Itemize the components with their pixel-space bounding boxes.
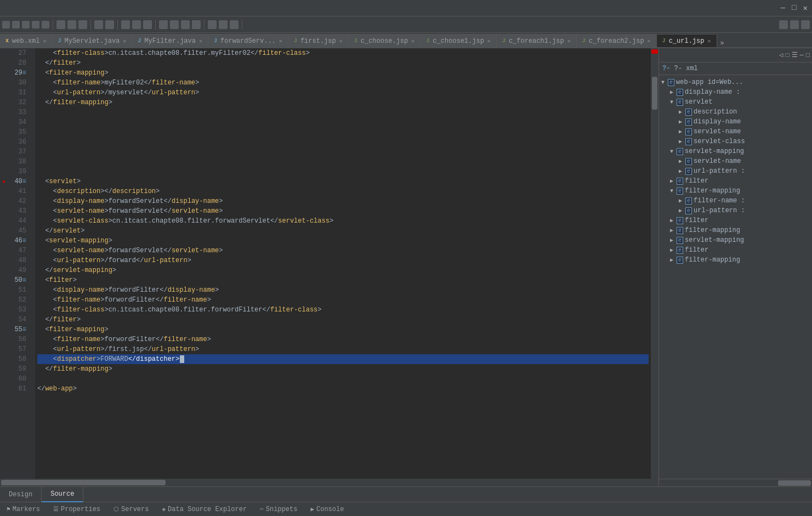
close-button[interactable]: ✕ [803,3,808,13]
right-panel-icon-1[interactable]: ◁ [779,51,783,59]
tab-myservlet[interactable]: J MyServlet.java ✕ [52,34,132,47]
toolbar-icon-2[interactable] [12,21,20,29]
tree-icon-filter1: e [677,178,683,185]
tree-item-displayname2[interactable]: ▶ e display-name [659,117,812,127]
h-scrollbar-thumb[interactable] [1,480,166,485]
tab-close-web-xml[interactable]: ✕ [43,38,46,44]
toolbar-icon-3[interactable] [22,21,30,29]
tab-source[interactable]: Source [42,487,83,502]
toolbar-icon-11[interactable] [121,20,130,29]
tab-close-c-choose1[interactable]: ✕ [487,38,491,44]
tree-item-urlpattern-m[interactable]: ▶ e url-pattern : [659,206,812,216]
tree-item-servletclass[interactable]: ▶ e servlet-class [659,137,812,146]
servers-tab[interactable]: ⬡ Servers [107,502,155,517]
tree-item-description[interactable]: ▶ e description [659,107,812,117]
minimize-panel-icon[interactable]: — [800,52,804,59]
tree-item-filter2[interactable]: ▶ e filter [659,216,812,225]
scrollbar-thumb[interactable] [652,77,657,110]
toolbar-icon-12[interactable] [132,20,141,29]
toolbar-icon-17[interactable] [192,20,201,29]
tree-item-filtermapping3[interactable]: ▶ e filter-mapping [659,255,812,265]
tree-item-urlpattern[interactable]: ▶ e url-pattern : [659,166,812,176]
toolbar-icon-8[interactable] [78,20,87,29]
tree-item-servletname2[interactable]: ▶ e servlet-name [659,156,812,166]
tab-web-xml[interactable]: x web.xml ✕ [0,34,52,47]
right-panel-icon-3[interactable]: ☰ [792,51,798,59]
code-editor[interactable]: ● 27 28 29≡ 30 31 32 33 34 35 36 37 38 3… [0,48,658,486]
minimize-button[interactable]: — [781,3,785,13]
toolbar-icon-13[interactable] [143,20,152,29]
tab-c-choose1[interactable]: J c_choose1.jsp ✕ [421,34,497,47]
tree-item-displayname[interactable]: ▶ e display-name : [659,87,812,97]
toolbar-icon-14[interactable] [159,20,168,29]
tab-label-myfilter: MyFilter.java [144,37,196,45]
toolbar-icon-6[interactable] [56,20,65,29]
tab-close-forwardserv[interactable]: ✕ [279,38,282,44]
right-panel-icon-2[interactable]: □ [785,52,789,59]
tree-item-servletname[interactable]: ▶ e servlet-name [659,127,812,137]
toolbar-icon-20[interactable] [230,20,239,29]
tree-item-filtermapping1[interactable]: ▼ e filter-mapping [659,186,812,196]
vertical-scrollbar[interactable] [651,48,658,479]
properties-tab[interactable]: ☰ Properties [47,502,107,517]
line-num-32: 32 [8,98,31,107]
tree-item-filtername-m[interactable]: ▶ e filter-name : [659,196,812,206]
markers-tab[interactable]: ⚑ Markers [0,502,47,517]
right-panel-hscroll-thumb[interactable] [778,480,811,486]
toolbar-icon-18[interactable] [208,20,217,29]
horizontal-scrollbar[interactable] [0,479,658,486]
tab-c-foreach1[interactable]: J c_foreach1.jsp ✕ [497,34,577,47]
tree-item-filter3[interactable]: ▶ e filter [659,245,812,255]
tab-close-myservlet[interactable]: ✕ [123,38,126,44]
code-line-47: <servlet-name>forwardServlet</servlet-na… [37,246,649,256]
right-panel-hscroll[interactable] [659,479,812,486]
tab-close-first-jsp[interactable]: ✕ [339,38,343,44]
tree-item-servletmapping2[interactable]: ▶ e servlet-mapping [659,235,812,245]
toolbar-icon-16[interactable] [181,20,190,29]
code-line-52: <filter-name>forwordFilter</filter-name> [37,295,649,305]
tab-design[interactable]: Design [0,487,42,502]
toolbar-icon-5[interactable] [42,21,49,29]
code-content[interactable]: <filter-class>cn.itcast.chapte08.filter.… [35,48,651,479]
line-num-35: 35 [8,127,31,137]
maximize-panel-icon[interactable]: □ [806,52,810,59]
tab-close-c-choose[interactable]: ✕ [411,38,414,44]
tab-label-web-xml: web.xml [12,37,39,45]
tab-myfilter[interactable]: J MyFilter.java ✕ [132,34,208,47]
tree-item-servletmapping[interactable]: ▼ e servlet-mapping [659,146,812,156]
maximize-button[interactable]: □ [792,3,796,13]
toolbar-icon-1[interactable] [2,21,10,29]
tree-item-filter1[interactable]: ▶ e filter [659,176,812,186]
tab-forwardserv[interactable]: J forwardServ... ✕ [208,34,288,47]
tab-first-jsp[interactable]: J first.jsp ✕ [288,34,349,47]
toolbar [0,16,812,33]
toolbar-icon-right-1[interactable] [790,20,799,29]
toolbar-icon-4[interactable] [32,21,39,29]
tab-close-c-foreach2[interactable]: ✕ [648,38,651,44]
tree-item-webapp[interactable]: ▼ e web-app id=Web... [659,77,812,87]
tab-close-c-foreach1[interactable]: ✕ [567,38,571,44]
snippets-tab[interactable]: ✂ Snippets [253,502,304,517]
tree-icon-displayname: e [677,89,683,96]
toolbar-icon-9[interactable] [94,20,103,29]
tab-c-url[interactable]: J c_url.jsp ✕ [657,34,717,47]
jsp-icon-5: J [582,38,586,44]
console-tab[interactable]: ▶ Console [304,502,350,517]
search-icon[interactable] [779,20,788,29]
datasource-tab[interactable]: ◈ Data Source Explorer [155,502,253,517]
tree-item-filtermapping2[interactable]: ▶ e filter-mapping [659,225,812,235]
tab-overflow-button[interactable]: » [717,39,728,47]
tab-c-foreach2[interactable]: J c_foreach2.jsp ✕ [577,34,657,47]
toolbar-icon-right-2[interactable] [801,20,810,29]
toolbar-icon-10[interactable] [105,20,114,29]
tab-close-c-url[interactable]: ✕ [707,38,711,44]
tree-item-servlet[interactable]: ▼ e servlet [659,97,812,107]
toolbar-icon-15[interactable] [170,20,179,29]
tab-close-myfilter[interactable]: ✕ [199,38,202,44]
code-line-37 [37,147,649,157]
toolbar-separator-3 [117,20,118,30]
tab-c-choose[interactable]: J c_choose.jsp ✕ [349,34,421,47]
toolbar-icon-7[interactable] [67,20,76,29]
toolbar-icon-19[interactable] [219,20,228,29]
title-bar-buttons[interactable]: — □ ✕ [781,3,808,13]
